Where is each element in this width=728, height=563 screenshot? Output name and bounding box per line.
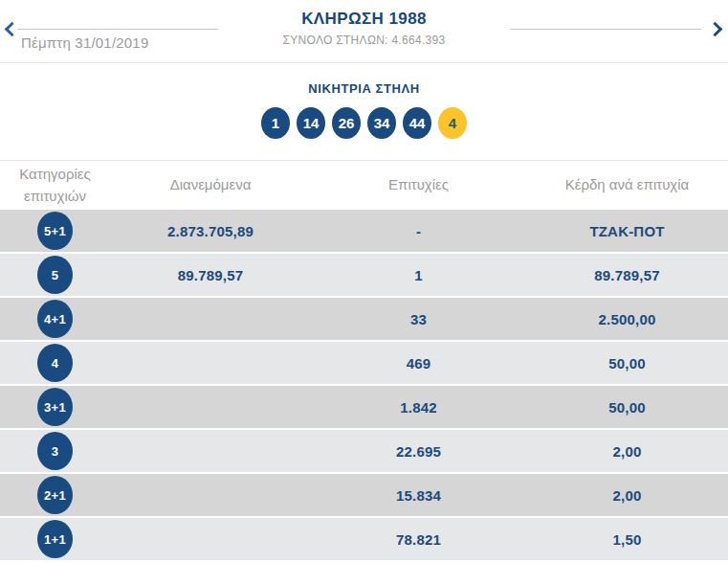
prize-per-winner: 2,00 [526,443,728,460]
winning-number-ball: 44 [403,107,431,139]
winners-count: 22.695 [311,443,526,460]
winning-number-ball: 26 [332,107,361,139]
draw-nav-header: Πέμπτη 31/01/2019 ΚΛΗΡΩΣΗ 1988 ΣΥΝΟΛΟ ΣΤ… [0,0,728,63]
prize-per-winner: 2,00 [526,487,728,504]
winners-count: 1 [311,267,526,283]
prize-per-winner: ΤΖΑΚ-ΠΟΤ [526,223,728,239]
winners-count: 1.842 [311,399,526,416]
category-badge: 3+1 [37,388,73,426]
table-row: 3+1 1.842 50,00 [0,386,728,428]
winning-column-title: ΝΙΚΗΤΡΙΑ ΣΤΗΛΗ [0,81,728,96]
winners-count: 78.821 [311,531,526,548]
category-badge: 5+1 [37,212,73,250]
column-header-categories: Κατηγορίες επιτυχιών [0,164,110,207]
winners-count: 15.834 [311,487,526,504]
table-row: 4 469 50,00 [0,342,728,384]
category-badge: 1+1 [37,520,73,558]
prize-per-winner: 50,00 [526,399,728,416]
category-badge: 3 [37,432,73,470]
winning-number-ball: 34 [367,107,396,139]
right-divider-line [510,29,701,30]
winning-number-ball: 1 [261,107,290,139]
column-header-winners: Επιτυχίες [311,174,526,196]
distributed-value: 2.873.705,89 [110,223,311,239]
prize-per-winner: 89.789,57 [526,267,728,283]
table-row: 1+1 78.821 1,50 [0,518,728,560]
category-badge: 4 [37,344,73,382]
table-row: 4+1 33 2.500,00 [0,298,728,340]
category-badge: 2+1 [37,476,73,514]
prize-per-winner: 50,00 [526,355,728,372]
table-row: 2+1 15.834 2,00 [0,474,728,516]
winners-count: - [311,223,526,239]
table-row: 3 22.695 2,00 [0,430,728,472]
winners-count: 469 [311,355,526,372]
draw-title: ΚΛΗΡΩΣΗ 1988 [0,10,728,29]
joker-number-ball: 4 [438,107,467,139]
category-badge: 5 [37,256,73,294]
winners-count: 33 [311,311,526,327]
column-header-distributed: Διανεμόμενα [110,174,311,196]
prize-per-winner: 1,50 [526,531,728,548]
prize-results-table: Κατηγορίες επιτυχιών Διανεμόμενα Επιτυχί… [0,160,728,560]
column-header-prize: Κέρδη ανά επιτυχία [526,174,728,196]
winning-number-ball: 14 [297,107,325,139]
distributed-value: 89.789,57 [110,267,311,283]
category-badge: 4+1 [37,300,73,338]
table-header-row: Κατηγορίες επιτυχιών Διανεμόμενα Επιτυχί… [0,161,728,210]
table-row: 5 89.789,57 1 89.789,57 [0,254,728,296]
prize-per-winner: 2.500,00 [526,311,728,327]
draw-date: Πέμπτη 31/01/2019 [21,34,148,51]
winning-numbers: 1 14 26 34 44 4 [0,107,728,139]
table-row: 5+1 2.873.705,89 - ΤΖΑΚ-ΠΟΤ [0,210,728,252]
joker-draw-results-page: Πέμπτη 31/01/2019 ΚΛΗΡΩΣΗ 1988 ΣΥΝΟΛΟ ΣΤ… [0,0,728,563]
left-divider-line [17,29,218,30]
winning-column-section: ΝΙΚΗΤΡΙΑ ΣΤΗΛΗ 1 14 26 34 44 4 [0,63,728,139]
